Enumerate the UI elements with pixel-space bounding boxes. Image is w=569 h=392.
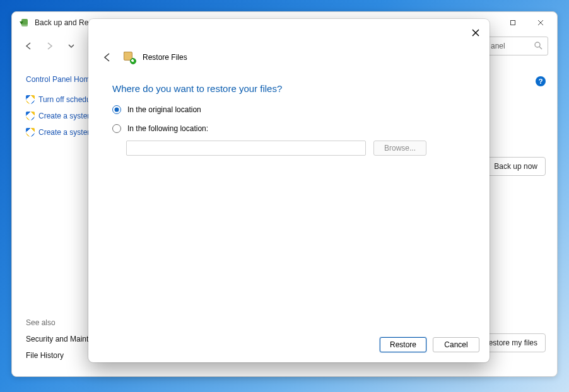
restore-files-icon	[124, 52, 135, 63]
dialog-header: Restore Files	[88, 48, 490, 67]
radio-label: In the original location	[127, 105, 201, 114]
back-up-now-button[interactable]: Back up now	[486, 157, 546, 176]
close-button[interactable]	[527, 14, 554, 32]
restore-files-dialog: Restore Files Where do you want to resto…	[88, 19, 490, 362]
radio-original-location[interactable]: In the original location	[112, 105, 466, 114]
maximize-button[interactable]	[499, 14, 527, 32]
nav-forward-icon[interactable]	[42, 38, 57, 54]
restore-button[interactable]: Restore	[380, 337, 426, 352]
browse-button[interactable]: Browse...	[373, 141, 426, 156]
location-input[interactable]	[126, 141, 366, 156]
radio-label: In the following location:	[127, 124, 208, 133]
search-icon	[534, 41, 543, 52]
shield-icon	[26, 112, 35, 120]
svg-point-4	[535, 42, 540, 47]
dialog-footer: Restore Cancel	[88, 330, 490, 362]
shield-icon	[26, 95, 35, 104]
dialog-titlebar	[88, 19, 490, 48]
cancel-button[interactable]: Cancel	[433, 337, 479, 352]
search-box[interactable]: anel	[485, 37, 548, 55]
location-group: Browse...	[126, 141, 466, 156]
dialog-body: Where do you want to restore your files?…	[88, 67, 490, 330]
nav-back-icon[interactable]	[21, 38, 36, 54]
radio-icon	[112, 105, 121, 114]
svg-rect-1	[511, 21, 515, 25]
dialog-back-button[interactable]	[98, 49, 116, 66]
shield-icon	[26, 128, 35, 137]
dialog-title: Restore Files	[143, 53, 187, 62]
radio-icon	[112, 124, 121, 133]
button-label: Back up now	[494, 162, 537, 171]
nav-recent-icon[interactable]	[64, 38, 79, 54]
search-placeholder: anel	[491, 42, 529, 50]
dialog-close-button[interactable]	[466, 23, 486, 43]
dialog-prompt: Where do you want to restore your files?	[112, 83, 466, 94]
button-label: Restore my files	[483, 338, 537, 347]
backup-restore-icon	[18, 17, 30, 28]
radio-following-location[interactable]: In the following location:	[112, 124, 466, 133]
svg-line-5	[539, 47, 542, 49]
